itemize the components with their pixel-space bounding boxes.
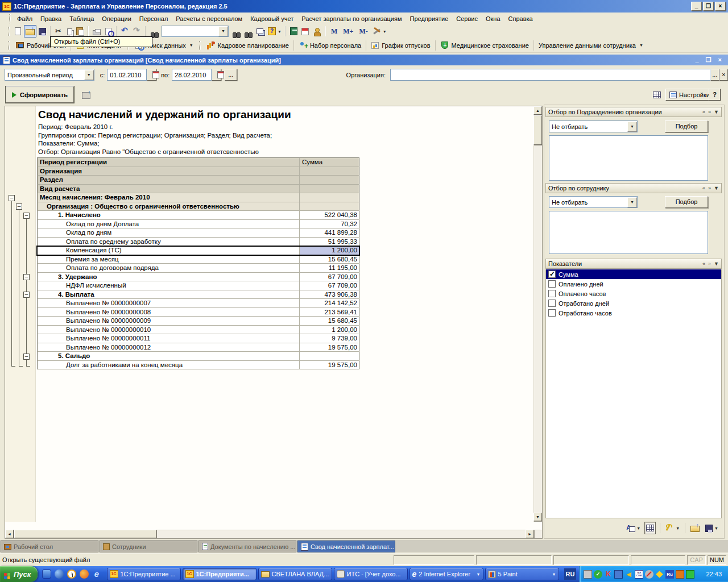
- checkbox[interactable]: [548, 280, 556, 288]
- toolbar-grip[interactable]: [8, 41, 10, 50]
- toolbar-grip[interactable]: [8, 27, 10, 36]
- combo-dropdown[interactable]: ▼: [627, 197, 637, 207]
- user-button[interactable]: [311, 25, 322, 38]
- menu-item[interactable]: Правка: [36, 14, 65, 24]
- table-row[interactable]: Организация : Общество с ограниченной от…: [37, 202, 359, 211]
- combo-dropdown[interactable]: ▼: [627, 122, 637, 132]
- header-cell[interactable]: Организация: [38, 167, 300, 176]
- vertical-scroll-thumb[interactable]: [533, 115, 542, 145]
- settings-button[interactable]: Настройки: [665, 89, 714, 101]
- table-row[interactable]: 1. Начислено522 040,38: [37, 211, 359, 220]
- department-list[interactable]: [549, 135, 708, 181]
- organization-field[interactable]: [390, 69, 710, 81]
- shift-left-icon[interactable]: «: [702, 261, 705, 267]
- row-value-cell[interactable]: 67 709,00: [300, 273, 359, 281]
- scroll-down-arrow[interactable]: ▼: [533, 513, 542, 521]
- row-value-cell[interactable]: [300, 352, 359, 360]
- app-icon[interactable]: [42, 569, 51, 579]
- header-sum-cell[interactable]: [300, 167, 359, 176]
- row-label-cell[interactable]: Премия за месяц: [38, 255, 300, 264]
- row-value-cell[interactable]: 441 899,28: [300, 228, 359, 237]
- table-row[interactable]: 5. Сальдо: [37, 352, 359, 361]
- service-tools-button[interactable]: ▼: [371, 25, 388, 38]
- mdi-tab[interactable]: Сотрудники: [100, 541, 197, 552]
- row-value-cell[interactable]: 1 200,00: [300, 326, 359, 334]
- row-label-cell[interactable]: 4. Выплата: [38, 290, 300, 299]
- menu-item[interactable]: Персонал: [135, 14, 172, 24]
- language-indicator[interactable]: RU: [564, 568, 576, 580]
- table-row[interactable]: НДФЛ исчисленный67 709,00: [37, 281, 359, 290]
- row-label-cell[interactable]: 3. Удержано: [38, 273, 300, 281]
- date-from-calendar-button[interactable]: [147, 69, 156, 81]
- menu-item[interactable]: Кадровый учет: [246, 14, 297, 24]
- header-sum-cell[interactable]: Сумма: [300, 158, 359, 167]
- row-label-cell[interactable]: НДФЛ исчисленный: [38, 281, 300, 290]
- row-value-cell[interactable]: 9 739,00: [300, 334, 359, 343]
- generate-button[interactable]: Сформировать: [6, 86, 74, 103]
- table-row[interactable]: Компенсация (ТС)1 200,00: [37, 246, 359, 255]
- table-row[interactable]: Выплачено № 00000000007214 142,52: [37, 299, 359, 308]
- row-value-cell[interactable]: 213 569,41: [300, 308, 359, 317]
- table-row[interactable]: Премия за месяц15 680,45: [37, 255, 359, 264]
- help-button[interactable]: ?: [709, 89, 721, 101]
- row-label-cell[interactable]: Оклад по дням: [38, 228, 300, 237]
- table-row[interactable]: 3. Удержано67 709,00: [37, 273, 359, 282]
- mon-tray-icon[interactable]: [686, 570, 694, 579]
- memory-button[interactable]: М-: [356, 27, 370, 36]
- sphere-icon[interactable]: [55, 569, 64, 579]
- row-label-cell[interactable]: Выплачено № 00000000009: [38, 317, 300, 325]
- row-label-cell[interactable]: Месяц начисления: Февраль 2010: [38, 193, 300, 202]
- new-file-button[interactable]: [13, 25, 23, 38]
- mdi-tab[interactable]: Рабочий стол: [1, 541, 98, 552]
- indicator-row[interactable]: Отработано дней: [546, 298, 721, 308]
- appearance-button[interactable]: ▼: [625, 522, 642, 534]
- row-value-cell[interactable]: 15 680,45: [300, 255, 359, 264]
- organization-clear-button[interactable]: ×: [719, 69, 728, 81]
- menu-item[interactable]: Сервис: [452, 14, 482, 24]
- start-button[interactable]: Пуск: [0, 566, 38, 582]
- mdi-close-button[interactable]: ×: [718, 56, 722, 64]
- menu-item[interactable]: Операции: [98, 14, 135, 24]
- open-settings-button[interactable]: [689, 522, 701, 534]
- find-next-button[interactable]: [230, 25, 242, 38]
- service-button[interactable]: ▼: [664, 522, 681, 534]
- panel-button-5[interactable]: Набор персонала: [295, 39, 365, 52]
- row-value-cell[interactable]: 51 995,33: [300, 238, 359, 246]
- indicator-row[interactable]: Отработано часов: [546, 308, 721, 318]
- row-label-cell[interactable]: Компенсация (ТС): [38, 246, 300, 255]
- ru-tray-icon[interactable]: [665, 570, 674, 579]
- table-row[interactable]: Оклад по дням Доплата70,32: [37, 220, 359, 229]
- calendar-button[interactable]: [300, 25, 311, 38]
- taskbar-task-button[interactable]: 1С1С:Предприяти...: [183, 568, 257, 580]
- scroll-up-arrow[interactable]: ▲: [533, 106, 542, 115]
- date-to-field[interactable]: 28.02.2010: [172, 69, 211, 81]
- date-from-field[interactable]: 01.02.2010: [107, 69, 146, 81]
- table-row[interactable]: Долг за работниками на конец месяца19 57…: [37, 361, 359, 370]
- row-label-cell[interactable]: 5. Сальдо: [38, 352, 300, 360]
- employee-list[interactable]: [549, 211, 708, 254]
- scroll-left-arrow[interactable]: ◄: [5, 530, 14, 538]
- panel-button-8[interactable]: Управление данными сотрудника▼: [535, 39, 647, 52]
- row-value-cell[interactable]: 70,32: [300, 220, 359, 228]
- search-dropdown-button[interactable]: ▼: [218, 26, 228, 36]
- row-label-cell[interactable]: Выплачено № 00000000010: [38, 326, 300, 334]
- department-filter-combo[interactable]: Не отбирать ▼: [549, 120, 638, 132]
- close-button[interactable]: ×: [715, 2, 726, 11]
- row-value-cell[interactable]: 1 200,00: [300, 246, 359, 255]
- save-settings-button[interactable]: ▼: [704, 522, 719, 534]
- row-value-cell[interactable]: 67 709,00: [300, 281, 359, 290]
- kasp-tray-icon[interactable]: [604, 570, 613, 579]
- shift-left-icon[interactable]: «: [702, 185, 705, 191]
- collapse-section-icon[interactable]: ▼: [714, 109, 719, 115]
- windows-list-button[interactable]: [254, 25, 266, 38]
- date-to-calendar-button[interactable]: [212, 69, 221, 81]
- memory-button[interactable]: М+: [340, 27, 356, 36]
- header-cell[interactable]: Вид расчета: [38, 185, 300, 193]
- paste-button[interactable]: [74, 25, 85, 38]
- copy-button[interactable]: [65, 25, 73, 38]
- table-row[interactable]: Оплата по среднему заработку51 995,33: [37, 238, 359, 247]
- panel-button-4[interactable]: Кадровое планирование: [203, 39, 292, 52]
- collapse-toggle[interactable]: [23, 274, 30, 280]
- undo-button[interactable]: [119, 25, 131, 38]
- collapse-section-icon[interactable]: ▼: [714, 261, 719, 267]
